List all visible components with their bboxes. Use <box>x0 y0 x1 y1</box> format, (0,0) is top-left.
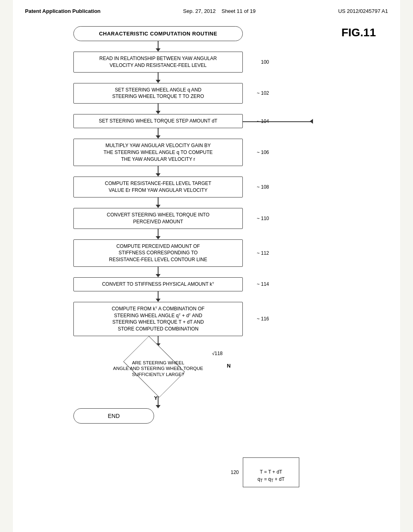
flowchart: CHARACTERISTIC COMPUTATION ROUTINE READ … <box>41 26 275 424</box>
connector-5 <box>158 166 159 173</box>
step100-wrapper: READ IN RELATIONSHIP BETWEEN YAW ANGULAR… <box>73 52 243 73</box>
step116-box: COMPUTE FROM kᵀ A COMBINATION OF STEERIN… <box>73 302 243 336</box>
connector-2 <box>158 73 159 80</box>
branch-n-label: N <box>227 363 231 369</box>
publication-label: Patent Application Publication <box>25 8 100 14</box>
arrow-2 <box>156 80 161 83</box>
page-header: Patent Application Publication Sep. 27, … <box>25 8 388 14</box>
step100-num: 100 <box>261 59 269 65</box>
step110-box: CONVERT STEERING WHEEL TORQUE INTO PERCE… <box>73 208 243 229</box>
step120-num: 120 <box>231 470 239 475</box>
arrow-9 <box>156 299 161 302</box>
arrow-4 <box>156 135 161 139</box>
step102-wrapper: SET STEERING WHEEL ANGLE q AND STEERING … <box>73 83 243 104</box>
step100-box: READ IN RELATIONSHIP BETWEEN YAW ANGULAR… <box>73 52 243 73</box>
step112-num: ~ 112 <box>257 250 269 256</box>
arrow-y <box>156 405 161 408</box>
arrow-8 <box>156 274 161 277</box>
patent-number-label: US 2012/0245797 A1 <box>338 8 388 14</box>
date-label: Sep. 27, 2012 <box>183 8 216 14</box>
step110-wrapper: CONVERT STEERING WHEEL TORQUE INTO PERCE… <box>73 208 243 229</box>
step112-wrapper: COMPUTE PERCEIVED AMOUNT OF STIFFNESS CO… <box>73 239 243 267</box>
step110-num: ~ 110 <box>257 216 269 221</box>
start-box: CHARACTERISTIC COMPUTATION ROUTINE <box>73 26 243 41</box>
step106-num: ~ 106 <box>257 150 269 155</box>
step108-wrapper: COMPUTE RESISTANCE-FEEL LEVEL TARGET VAL… <box>73 177 243 197</box>
step120-box: T = T + dTqT = qT + dT <box>243 457 299 487</box>
sheet-label: Sheet 11 of 19 <box>221 8 256 14</box>
end-box: END <box>73 408 154 424</box>
start-box-wrapper: CHARACTERISTIC COMPUTATION ROUTINE <box>73 26 243 41</box>
step118-diamond-wrapper: ARE STEERING WHEEL ANGLE AND STEERING WH… <box>106 347 211 391</box>
step118-text: ARE STEERING WHEEL ANGLE AND STEERING WH… <box>106 347 211 391</box>
step116-wrapper: COMPUTE FROM kᵀ A COMBINATION OF STEERIN… <box>73 302 243 336</box>
connector-8 <box>158 267 159 274</box>
connector-10 <box>158 336 159 343</box>
step104-box: SET STEERING WHEEL TORQUE STEP AMOUNT dT <box>73 114 243 128</box>
arrow-6 <box>156 205 161 208</box>
diagram-area: FIG.11 CHARACTERISTIC COMPUTATION ROUTIN… <box>25 26 388 424</box>
connector-4 <box>158 128 159 135</box>
connector-6 <box>158 197 159 205</box>
page: Patent Application Publication Sep. 27, … <box>13 0 400 532</box>
header-right: US 2012/0245797 A1 <box>338 8 388 14</box>
connector-1 <box>158 41 159 48</box>
step118-region: ARE STEERING WHEEL ANGLE AND STEERING WH… <box>41 347 275 391</box>
arrow-3 <box>156 111 161 114</box>
step106-box: MULTIPLY YAW ANGULAR VELOCITY GAIN BY TH… <box>73 139 243 166</box>
step106-wrapper: MULTIPLY YAW ANGULAR VELOCITY GAIN BY TH… <box>73 139 243 166</box>
connector-3 <box>158 104 159 111</box>
connector-7 <box>158 229 159 236</box>
loop-line-top <box>243 121 311 122</box>
step114-box: CONVERT TO STIFFNESS PHYSICAL AMOUNT kᵀ <box>73 277 243 291</box>
step120-wrapper: T = T + dTqT = qT + dT 120 <box>243 457 299 487</box>
step114-num: ~ 114 <box>257 281 269 287</box>
step108-num: ~ 108 <box>257 184 269 190</box>
arrow-5 <box>156 173 161 177</box>
step112-box: COMPUTE PERCEIVED AMOUNT OF STIFFNESS CO… <box>73 239 243 267</box>
arrow-7 <box>156 236 161 239</box>
step102-num: ~ 102 <box>257 90 269 96</box>
step104-wrapper: SET STEERING WHEEL TORQUE STEP AMOUNT dT… <box>73 114 243 128</box>
step114-wrapper: CONVERT TO STIFFNESS PHYSICAL AMOUNT kᵀ … <box>73 277 243 291</box>
header-center: Sep. 27, 2012 Sheet 11 of 19 <box>183 8 256 14</box>
step108-box: COMPUTE RESISTANCE-FEEL LEVEL TARGET VAL… <box>73 177 243 197</box>
arrow-1 <box>156 48 161 52</box>
step116-num: ~ 116 <box>257 316 269 322</box>
step118-num: √118 <box>212 351 223 356</box>
end-box-wrapper: END <box>73 408 243 424</box>
step102-box: SET STEERING WHEEL ANGLE q AND STEERING … <box>73 83 243 104</box>
header-left: Patent Application Publication <box>25 8 100 14</box>
connector-9 <box>158 291 159 299</box>
loop-arrow-left <box>310 119 313 124</box>
fig-label: FIG.11 <box>341 26 376 39</box>
